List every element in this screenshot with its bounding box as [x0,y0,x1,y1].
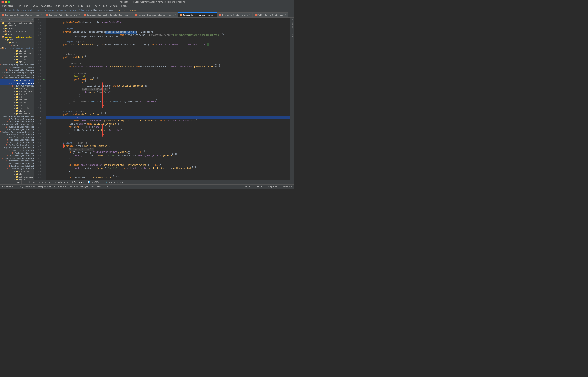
tree-pagecache[interactable]: ▶ 📁 pagecache [0,107,34,110]
status-charset[interactable]: UTF-8 [255,186,263,188]
tree-slave[interactable]: ▶ 📁 slave [0,173,34,176]
tab-broker-controller[interactable]: BrokerController.java × [217,12,253,17]
menu-edit[interactable]: Edit [23,4,31,8]
tree-plugin[interactable]: ▶ 📁 plugin [0,110,34,112]
tree-querymsg[interactable]: C QueryMessageProcessor [0,160,34,162]
status-indent[interactable]: 4 spaces [267,186,278,188]
tree-offset[interactable]: ▶ 📁 offset [0,101,34,104]
menu-run[interactable]: Run [85,4,92,8]
tab-close-icon[interactable]: × [79,14,80,16]
tree-sendcallback[interactable]: ● C SendMessageCallback [0,165,34,167]
menu-view[interactable]: View [31,4,39,8]
tree-defaultpull[interactable]: C DefaultPullMessageResultHandler [0,131,34,133]
bc-broker[interactable]: broker [13,9,21,11]
menu-build[interactable]: Build [75,4,85,8]
tree-schedule[interactable]: ▶ 📁 schedule [0,170,34,173]
tree-popbuffer[interactable]: C PopBufferMergeService [0,144,34,147]
status-position[interactable]: 72:27 [233,186,240,188]
tree-src[interactable]: ▼ 📁 src [0,38,34,41]
tree-adminbroker[interactable]: C AdminBrokerProcessor [0,120,34,123]
tab-filter-server-util[interactable]: FilterServerUtil.java × [253,12,288,17]
menu-tools[interactable]: Tools [92,4,102,8]
menu-window[interactable]: Window [109,4,120,8]
tree-msgeval[interactable]: C MessageEvaluationContext [0,77,34,79]
bottom-tab-terminal[interactable]: ⌨ Terminal [37,180,53,185]
tab-commit-log[interactable]: CommitLogDispatcherCalcBitMap.java × [82,12,133,17]
tree-metrics[interactable]: ▶ 📁 metrics [0,96,34,98]
tree-consumerfiltermgr[interactable]: C ConsumerFilterManager [0,69,34,71]
tree-replymsg[interactable]: C ReplyMessageProcessor [0,162,34,165]
tree-idea[interactable]: ▶ 📁 .idea [0,27,34,30]
minimize-button[interactable] [5,1,7,3]
tree-acl[interactable]: ▶ 📦 acl [rocketmq-acl] [0,30,34,33]
tree-abstractsend[interactable]: C AbstractSendMessageProcessor [0,115,34,118]
tab-close-icon[interactable]: × [175,14,176,16]
bottom-tab-git[interactable]: ⎇ Git [0,180,11,185]
tree-popmsg[interactable]: C PopMessageProcessor [0,149,34,152]
tree-package[interactable]: ▼ 📦 org.apache.rocketmq.broker [0,47,34,50]
tree-queryassign[interactable]: C QueryAssignmentProcessor [0,157,34,160]
tree-filterserverutil[interactable]: C FilterServerUtil [0,85,34,87]
tree-filtersrv[interactable]: ▼ 📁 filtersrv [0,79,34,82]
tree-expforretry[interactable]: C ExpressionForRetryMessageFilter [0,71,34,74]
tab-close-icon[interactable]: × [214,14,215,16]
menu-file[interactable]: File [14,4,23,8]
tree-failover[interactable]: ▶ 📁 failover [0,58,34,61]
bc-rocketmq[interactable]: rocketmq [1,9,11,11]
tree-consumermanage[interactable]: C ConsumerManageProcessor [0,128,34,131]
tree-consumerfilterdata[interactable]: C ConsumerFilterData [0,66,34,69]
bottom-tab-problems[interactable]: ⚠ Problems [22,180,37,185]
maximize-button[interactable] [8,1,11,3]
tree-loadbalance[interactable]: ▶ 📁 loadbalance [0,90,34,93]
tree-controller[interactable]: ▶ 📁 controller [0,52,34,55]
bc-fsm[interactable]: FilterServerManager [91,9,114,11]
editor-code[interactable]: private final BrokerController brokerCon… [46,18,290,180]
tree-java[interactable]: ▼ ☕ java [0,44,34,47]
tree-rocketmq-root[interactable]: ▼ 📁 rocketmq [rocketmq-all] [0,22,34,24]
right-panel-bookmarks[interactable]: Bookmarks [291,19,294,30]
bottom-tab-endpoints[interactable]: ⊞ Endpoints [53,180,70,185]
menu-help[interactable]: Help [120,4,128,8]
bc-cfs[interactable]: createFilterServer [117,9,139,11]
bottom-tab-dependencies[interactable]: 🔗 Dependencies [103,180,125,185]
bc-src[interactable]: src [23,9,26,11]
window-controls[interactable] [1,1,11,3]
bc-main[interactable]: main [28,9,33,11]
tab-close-icon[interactable]: × [41,14,42,16]
menu-refactor[interactable]: Refactor [61,4,75,8]
menu-git[interactable]: Git [102,4,109,8]
tree-main[interactable]: ▼ 📁 main [0,41,34,44]
tab-close-icon[interactable]: × [285,14,286,16]
tree-processor[interactable]: ▼ 📁 processor [0,112,34,115]
close-button[interactable] [1,1,4,3]
tree-out[interactable]: ▶ 📁 out [0,104,34,107]
status-crlf[interactable]: CRLF [244,186,251,188]
bc-java[interactable]: java [35,9,40,11]
tree-clientmanage[interactable]: C ClientManageProcessor [0,126,34,128]
bc-rocketmq2[interactable]: rocketmq [57,9,67,11]
tab-expression-message-filter[interactable]: ExpressionMessageFilter.java × [0,12,44,17]
right-panel-structure[interactable]: Structure [291,34,294,45]
gutter-66[interactable]: ▶ [42,78,46,81]
tree-pullmsg[interactable]: C PullMessageProcessor [0,154,34,157]
tree-mqtrace[interactable]: ▶ 📁 mqtrace [0,98,34,101]
menu-code[interactable]: Code [53,4,62,8]
tree-sendmsgproc[interactable]: C SendMessageProcessor [0,167,34,170]
bc-apache[interactable]: apache [48,9,55,11]
tree-ackmsg[interactable]: C AckMessageProcessor [0,118,34,120]
tree-dledger[interactable]: ▶ 📁 dledger [0,55,34,58]
bc-org[interactable]: org [42,9,46,11]
sidebar-settings-icon[interactable]: ⚙ [32,18,33,21]
tree-client[interactable]: ▶ 📁 client [0,50,34,52]
tree-filter[interactable]: ▼ 📁 filter [0,61,34,64]
bottom-tab-todo[interactable]: ☐ TODO [11,180,22,185]
tree-poprevive[interactable]: C PopReviveService [0,152,34,154]
tree-commitlog[interactable]: C CommitLogDispatcherCalcBitMap [0,64,34,66]
menu-rocketmq[interactable]: rocketmq [1,4,14,8]
tree-filterservermanager[interactable]: C FilterServerManager [0,82,34,85]
tab-message-eval[interactable]: MessageEvaluationContext.java × [133,12,178,17]
tree-pollinginfo[interactable]: C PollingInfoProcessor [0,141,34,144]
tab-consumer-filter-data[interactable]: ConsumerFilterData.java × [44,12,82,17]
tree-longpolling[interactable]: ▶ 📁 longpolling [0,93,34,96]
tab-close-icon[interactable]: × [249,14,251,16]
